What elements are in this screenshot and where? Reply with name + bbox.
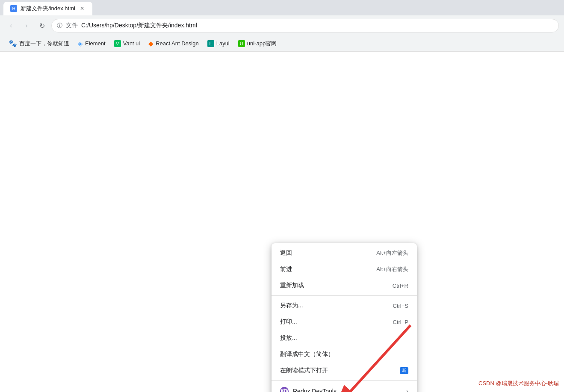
forward-button[interactable]: › xyxy=(21,20,32,32)
layui-label: Layui xyxy=(216,40,230,47)
back-shortcut: Alt+向左箭头 xyxy=(376,249,408,257)
address-bar: ‹ › ↻ ⓘ 文件 C:/Users/hp/Desktop/新建文件夹/ind… xyxy=(0,15,564,36)
active-tab[interactable]: H 新建文件夹/index.html ✕ xyxy=(3,2,92,15)
page-content: 返回 Alt+向左箭头 前进 Alt+向右箭头 重新加载 Ctrl+R 另存为.… xyxy=(0,52,564,392)
redux-label: Redux DevTools xyxy=(293,388,337,392)
back-icon: ‹ xyxy=(10,22,12,29)
tab-close-button[interactable]: ✕ xyxy=(79,5,86,12)
menu-item-cast[interactable]: 投放... xyxy=(272,330,417,346)
bookmarks-bar: 🐾 百度一下，你就知道 ◈ Element V Vant ui ◆ React … xyxy=(0,36,564,51)
redux-item-content: Redux DevTools xyxy=(280,387,337,392)
redux-chevron-icon: › xyxy=(406,388,408,392)
redux-devtools-icon xyxy=(280,387,289,392)
uniapp-label: uni-app官网 xyxy=(247,40,277,47)
tab-favicon: H xyxy=(10,5,17,12)
reload-shortcut: Ctrl+R xyxy=(393,283,408,289)
print-label: 打印... xyxy=(280,318,297,326)
reload-label: 重新加载 xyxy=(280,282,304,289)
menu-item-reload[interactable]: 重新加载 Ctrl+R xyxy=(272,277,417,294)
menu-item-reader[interactable]: 在朗读模式下打开 新 xyxy=(272,363,417,379)
url-scheme-icon: ⓘ xyxy=(57,22,62,29)
save-as-label: 另存为... xyxy=(280,302,303,309)
reload-icon: ↻ xyxy=(39,22,45,30)
reader-badge: 新 xyxy=(400,367,408,374)
menu-item-redux[interactable]: Redux DevTools › xyxy=(272,383,417,392)
menu-item-forward[interactable]: 前进 Alt+向右箭头 xyxy=(272,261,417,277)
bookmark-vant[interactable]: V Vant ui xyxy=(111,38,144,49)
svg-point-0 xyxy=(282,389,286,392)
watermark-text: CSDN @瑞晟技术服务中心-耿瑞 xyxy=(478,380,559,386)
tab-bar: H 新建文件夹/index.html ✕ xyxy=(0,0,564,15)
url-bar[interactable]: ⓘ 文件 C:/Users/hp/Desktop/新建文件夹/index.htm… xyxy=(51,19,559,32)
bookmark-uniapp[interactable]: U uni-app官网 xyxy=(235,38,280,49)
menu-item-back[interactable]: 返回 Alt+向左箭头 xyxy=(272,245,417,261)
back-label: 返回 xyxy=(280,249,292,257)
csdn-watermark: CSDN @瑞晟技术服务中心-耿瑞 xyxy=(478,380,559,387)
react-ant-icon: ◆ xyxy=(148,40,154,47)
layui-icon: L xyxy=(207,40,214,47)
uniapp-icon: U xyxy=(238,40,245,47)
menu-section-extensions: Redux DevTools › xyxy=(272,380,417,392)
url-path: C:/Users/hp/Desktop/新建文件夹/index.html xyxy=(81,22,197,29)
baidu-icon: 🐾 xyxy=(9,39,17,47)
bookmark-element[interactable]: ◈ Element xyxy=(74,38,109,49)
forward-label: 前进 xyxy=(280,265,292,273)
back-button[interactable]: ‹ xyxy=(5,20,17,32)
url-scheme-label: 文件 xyxy=(66,22,78,29)
vant-icon: V xyxy=(114,40,121,47)
print-shortcut: Ctrl+P xyxy=(393,319,408,325)
svg-point-1 xyxy=(283,390,285,392)
reader-label: 在朗读模式下打开 xyxy=(280,367,328,374)
reader-right: 新 xyxy=(396,367,408,374)
menu-item-translate[interactable]: 翻译成中文（简体） xyxy=(272,346,417,363)
menu-item-save-as[interactable]: 另存为... Ctrl+S xyxy=(272,298,417,314)
tab-title: 新建文件夹/index.html xyxy=(21,5,75,12)
forward-icon: › xyxy=(25,22,27,29)
bookmark-baidu[interactable]: 🐾 百度一下，你就知道 xyxy=(5,38,73,49)
reload-button[interactable]: ↻ xyxy=(36,20,48,32)
context-menu: 返回 Alt+向左箭头 前进 Alt+向右箭头 重新加载 Ctrl+R 另存为.… xyxy=(272,243,417,392)
baidu-label: 百度一下，你就知道 xyxy=(19,40,69,47)
vant-label: Vant ui xyxy=(123,40,140,47)
forward-shortcut: Alt+向右箭头 xyxy=(376,265,408,273)
react-ant-label: React Ant Design xyxy=(156,40,198,47)
element-icon: ◈ xyxy=(78,40,83,47)
menu-item-print[interactable]: 打印... Ctrl+P xyxy=(272,314,417,330)
cast-label: 投放... xyxy=(280,334,297,342)
element-label: Element xyxy=(85,40,106,47)
save-as-shortcut: Ctrl+S xyxy=(393,303,408,309)
translate-label: 翻译成中文（简体） xyxy=(280,351,334,358)
bookmark-layui[interactable]: L Layui xyxy=(204,38,233,49)
menu-section-page-actions: 另存为... Ctrl+S 打印... Ctrl+P 投放... 翻译成中文（简… xyxy=(272,295,417,380)
bookmark-react-ant[interactable]: ◆ React Ant Design xyxy=(145,38,202,49)
browser-chrome: H 新建文件夹/index.html ✕ ‹ › ↻ ⓘ 文件 C:/Users… xyxy=(0,0,564,52)
menu-section-navigation: 返回 Alt+向左箭头 前进 Alt+向右箭头 重新加载 Ctrl+R xyxy=(272,243,417,295)
